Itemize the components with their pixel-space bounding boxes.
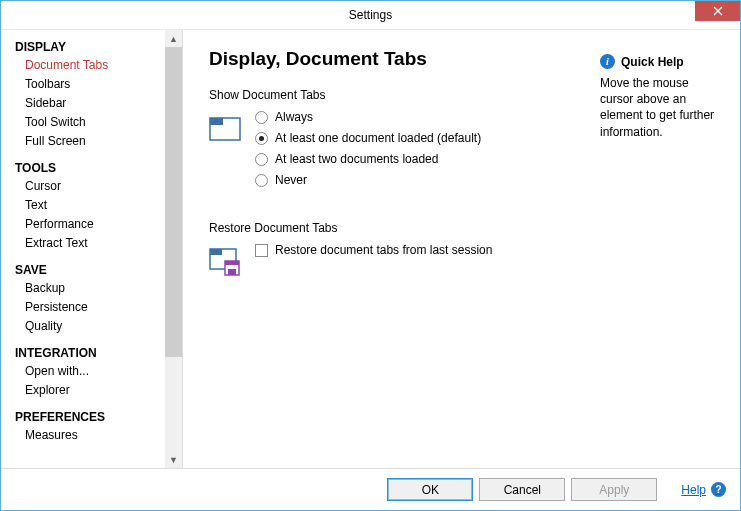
radio-icon [255,153,268,166]
checkbox-icon [255,244,268,257]
show-tabs-options: Always At least one document loaded (def… [255,108,481,187]
sidebar: DISPLAY Document Tabs Toolbars Sidebar T… [1,30,183,468]
settings-window: Settings DISPLAY Document Tabs Toolbars … [0,0,741,511]
radio-always[interactable]: Always [255,110,481,124]
sidebar-category-tools[interactable]: TOOLS [15,161,165,175]
sidebar-item-performance[interactable]: Performance [15,215,165,234]
sidebar-item-extract-text[interactable]: Extract Text [15,234,165,253]
quick-help-text: Move the mouse cursor above an element t… [600,75,722,140]
sidebar-category-integration[interactable]: INTEGRATION [15,346,165,360]
scroll-up-arrow-icon[interactable]: ▲ [165,30,182,47]
sidebar-item-document-tabs[interactable]: Document Tabs [15,56,165,75]
group-restore-tabs-label: Restore Document Tabs [209,221,592,235]
svg-rect-7 [225,261,239,265]
radio-icon [255,132,268,145]
radio-label: Never [275,173,307,187]
quick-help-title-text: Quick Help [621,55,684,69]
sidebar-tree: DISPLAY Document Tabs Toolbars Sidebar T… [1,30,165,468]
titlebar: Settings [1,1,740,30]
help-link-text: Help [681,483,706,497]
checkbox-restore-tabs[interactable]: Restore document tabs from last session [255,243,492,257]
page-title: Display, Document Tabs [209,48,592,70]
window-body: DISPLAY Document Tabs Toolbars Sidebar T… [1,30,740,468]
sidebar-item-persistence[interactable]: Persistence [15,298,165,317]
sidebar-category-display[interactable]: DISPLAY [15,40,165,54]
document-tab-icon [209,112,241,144]
radio-at-least-two[interactable]: At least two documents loaded [255,152,481,166]
sidebar-item-backup[interactable]: Backup [15,279,165,298]
apply-button: Apply [571,478,657,501]
sidebar-category-save[interactable]: SAVE [15,263,165,277]
quick-help-panel: i Quick Help Move the mouse cursor above… [592,48,722,458]
sidebar-item-tool-switch[interactable]: Tool Switch [15,113,165,132]
radio-at-least-one[interactable]: At least one document loaded (default) [255,131,481,145]
radio-label: At least two documents loaded [275,152,438,166]
help-icon: ? [711,482,726,497]
svg-rect-3 [210,118,223,125]
checkbox-label: Restore document tabs from last session [275,243,492,257]
restore-tab-icon [209,245,241,277]
radio-label: At least one document loaded (default) [275,131,481,145]
svg-rect-5 [210,249,222,255]
quick-help-title: i Quick Help [600,54,722,69]
close-button[interactable] [695,1,740,21]
close-icon [713,6,723,16]
group-show-tabs: Always At least one document loaded (def… [209,108,592,187]
sidebar-item-text[interactable]: Text [15,196,165,215]
ok-button[interactable]: OK [387,478,473,501]
footer: OK Cancel Apply Help ? [1,468,740,510]
main-panel: Display, Document Tabs Show Document Tab… [183,30,740,468]
radio-never[interactable]: Never [255,173,481,187]
group-restore-tabs: Restore document tabs from last session [209,241,592,277]
sidebar-item-explorer[interactable]: Explorer [15,381,165,400]
radio-icon [255,111,268,124]
help-link[interactable]: Help ? [681,482,726,497]
sidebar-item-full-screen[interactable]: Full Screen [15,132,165,151]
sidebar-item-toolbars[interactable]: Toolbars [15,75,165,94]
sidebar-item-measures[interactable]: Measures [15,426,165,445]
radio-icon [255,174,268,187]
scroll-down-arrow-icon[interactable]: ▼ [165,451,182,468]
group-show-tabs-label: Show Document Tabs [209,88,592,102]
svg-rect-8 [228,269,236,275]
sidebar-item-sidebar[interactable]: Sidebar [15,94,165,113]
sidebar-scrollbar[interactable]: ▲ ▼ [165,30,182,468]
radio-label: Always [275,110,313,124]
info-icon: i [600,54,615,69]
window-title: Settings [349,8,392,22]
scroll-thumb[interactable] [165,47,182,357]
settings-content: Display, Document Tabs Show Document Tab… [209,48,592,458]
sidebar-item-cursor[interactable]: Cursor [15,177,165,196]
sidebar-item-quality[interactable]: Quality [15,317,165,336]
sidebar-category-preferences[interactable]: PREFERENCES [15,410,165,424]
sidebar-item-open-with[interactable]: Open with... [15,362,165,381]
restore-tabs-options: Restore document tabs from last session [255,241,492,257]
cancel-button[interactable]: Cancel [479,478,565,501]
